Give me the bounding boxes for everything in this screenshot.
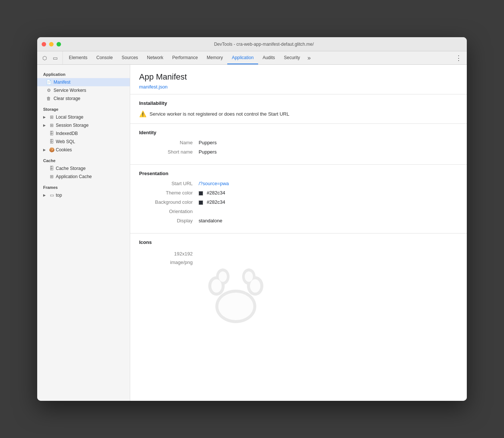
- tab-application[interactable]: Application: [227, 51, 258, 64]
- session-storage-icon: ⊞: [49, 123, 54, 128]
- start-url-label: Start URL: [139, 181, 199, 186]
- installability-warning-text: Service worker is not registered or does…: [150, 111, 289, 117]
- name-value: Puppers: [199, 140, 216, 145]
- device-icon[interactable]: ▭: [51, 54, 60, 62]
- sidebar-item-application-cache-label: Application Cache: [56, 174, 92, 179]
- sidebar-item-cache-storage[interactable]: ▶ 🗄 Cache Storage: [37, 164, 130, 173]
- main-layout: Application 📄 Manifest ⚙ Service Workers…: [37, 65, 467, 401]
- theme-color-value: #282c34: [199, 190, 225, 196]
- close-button[interactable]: [42, 42, 46, 46]
- bg-color-value: #282c34: [199, 199, 225, 205]
- display-label: Display: [139, 218, 199, 223]
- page-title: App Manifest: [139, 72, 458, 82]
- indexeddb-icon: 🗄: [49, 131, 54, 136]
- paw-icon: [199, 252, 273, 327]
- svg-point-9: [245, 271, 253, 282]
- sidebar: Application 📄 Manifest ⚙ Service Workers…: [37, 65, 130, 401]
- web-sql-icon: 🗄: [49, 139, 54, 144]
- svg-point-5: [218, 293, 253, 320]
- sidebar-item-clear-storage-label: Clear storage: [54, 96, 124, 101]
- sidebar-item-cookies-label: Cookies: [56, 147, 72, 152]
- tab-memory[interactable]: Memory: [202, 51, 227, 64]
- manifest-link[interactable]: manifest.json: [139, 84, 168, 90]
- svg-point-6: [211, 279, 222, 293]
- expand-cookies-icon: ▶: [43, 148, 48, 152]
- svg-point-8: [219, 271, 227, 282]
- local-storage-icon: ⊞: [49, 115, 54, 120]
- cursor-icon[interactable]: ⬡: [40, 54, 49, 62]
- bg-color-swatch: [199, 200, 203, 205]
- sidebar-cache-label: Cache: [37, 154, 130, 164]
- icon-meta: 192x192 image/png: [139, 249, 199, 267]
- minimize-button[interactable]: [49, 42, 54, 46]
- traffic-lights: [42, 42, 61, 46]
- presentation-section: Presentation Start URL /?source=pwa Them…: [130, 165, 467, 234]
- expand-local-storage-icon: ▶: [43, 115, 48, 119]
- theme-color-swatch: [199, 191, 203, 196]
- tab-icons: ⬡ ▭: [40, 51, 63, 64]
- expand-top-frame-icon: ▶: [43, 193, 48, 197]
- bg-color-label: Background color: [139, 199, 199, 205]
- icons-title: Icons: [139, 239, 458, 245]
- icons-section: Icons 192x192 image/png: [130, 234, 467, 334]
- sidebar-item-web-sql[interactable]: ▶ 🗄 Web SQL: [37, 138, 130, 146]
- sidebar-item-local-storage-label: Local Storage: [56, 115, 83, 120]
- tab-audits[interactable]: Audits: [258, 51, 279, 64]
- frame-icon: ▭: [49, 193, 54, 198]
- more-tabs-button[interactable]: »: [305, 51, 314, 64]
- sidebar-item-web-sql-label: Web SQL: [56, 139, 75, 144]
- sidebar-item-top-frame[interactable]: ▶ ▭ top: [37, 191, 130, 199]
- clear-storage-icon: 🗑: [46, 96, 51, 101]
- short-name-row: Short name Puppers: [139, 149, 458, 155]
- theme-color-label: Theme color: [139, 190, 199, 196]
- sidebar-item-service-workers-label: Service Workers: [54, 88, 124, 93]
- tab-performance[interactable]: Performance: [168, 51, 202, 64]
- orientation-label: Orientation: [139, 209, 199, 214]
- sidebar-item-application-cache[interactable]: ▶ ⊞ Application Cache: [37, 173, 130, 181]
- identity-section: Identity Name Puppers Short name Puppers: [130, 124, 467, 165]
- orientation-row: Orientation: [139, 209, 458, 214]
- tab-sources[interactable]: Sources: [117, 51, 142, 64]
- window-title: DevTools - cra-web-app-manifest-defaut.g…: [65, 42, 462, 47]
- short-name-value: Puppers: [199, 149, 216, 155]
- start-url-link[interactable]: /?source=pwa: [199, 181, 229, 186]
- sidebar-item-local-storage[interactable]: ▶ ⊞ Local Storage: [37, 113, 130, 121]
- sidebar-item-session-storage-label: Session Storage: [56, 123, 89, 128]
- tab-console[interactable]: Console: [92, 51, 117, 64]
- content-area: App Manifest manifest.json Installabilit…: [130, 65, 467, 401]
- icon-preview: [199, 252, 273, 328]
- tab-network[interactable]: Network: [142, 51, 168, 64]
- sidebar-item-session-storage[interactable]: ▶ ⊞ Session Storage: [37, 121, 130, 129]
- installability-title: Installability: [139, 100, 458, 106]
- cache-storage-icon: 🗄: [49, 166, 54, 171]
- identity-title: Identity: [139, 130, 458, 135]
- maximize-button[interactable]: [57, 42, 61, 46]
- sidebar-item-cache-storage-label: Cache Storage: [56, 166, 86, 171]
- svg-point-7: [250, 279, 260, 293]
- application-cache-icon: ⊞: [49, 174, 54, 179]
- tab-elements[interactable]: Elements: [64, 51, 92, 64]
- short-name-label: Short name: [139, 149, 199, 155]
- cookies-icon: 🍪: [49, 147, 54, 152]
- expand-session-storage-icon: ▶: [43, 123, 48, 127]
- devtools-menu-button[interactable]: ⋮: [453, 51, 464, 64]
- warning-icon: ⚠️: [139, 110, 147, 117]
- sidebar-item-service-workers[interactable]: ⚙ Service Workers: [37, 86, 130, 94]
- content-header: App Manifest manifest.json: [130, 65, 467, 94]
- presentation-title: Presentation: [139, 171, 458, 176]
- sidebar-item-manifest[interactable]: 📄 Manifest: [37, 78, 130, 86]
- name-row: Name Puppers: [139, 140, 458, 145]
- sidebar-item-clear-storage[interactable]: 🗑 Clear storage: [37, 94, 130, 103]
- sidebar-item-cookies[interactable]: ▶ 🍪 Cookies: [37, 146, 130, 154]
- sidebar-item-top-frame-label: top: [56, 193, 62, 198]
- sidebar-item-indexeddb[interactable]: ▶ 🗄 IndexedDB: [37, 129, 130, 138]
- manifest-icon: 📄: [46, 80, 51, 85]
- display-row: Display standalone: [139, 218, 458, 223]
- service-workers-icon: ⚙: [46, 88, 51, 93]
- tab-security[interactable]: Security: [279, 51, 304, 64]
- sidebar-item-indexeddb-label: IndexedDB: [56, 131, 78, 136]
- name-label: Name: [139, 140, 199, 145]
- sidebar-storage-label: Storage: [37, 103, 130, 113]
- theme-color-row: Theme color #282c34: [139, 190, 458, 196]
- start-url-row: Start URL /?source=pwa: [139, 181, 458, 186]
